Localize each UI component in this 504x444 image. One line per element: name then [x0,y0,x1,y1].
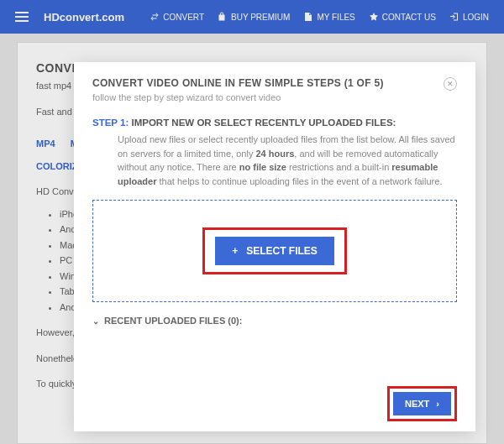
modal-title: CONVERT VIDEO ONLINE IN FEW SIMPLE STEPS… [92,77,384,89]
next-label: NEXT [405,399,429,409]
chevron-down-icon: ⌄ [92,316,99,326]
recent-files-label: RECENT UPLOADED FILES (0): [104,316,242,326]
step-number: STEP 1: [92,118,129,128]
upload-dropzone[interactable]: + SELECT FILES [92,200,457,302]
chevron-right-icon: › [436,399,439,409]
next-button[interactable]: NEXT › [393,392,451,415]
step-heading: STEP 1: IMPORT NEW OR SELECT RECENTLY UP… [92,118,457,128]
select-files-button[interactable]: + SELECT FILES [215,237,334,265]
plus-icon: + [232,245,238,257]
select-files-label: SELECT FILES [246,245,318,257]
wizard-modal: CONVERT VIDEO ONLINE IN FEW SIMPLE STEPS… [74,62,475,431]
select-files-highlight: + SELECT FILES [202,227,347,274]
recent-files-toggle[interactable]: ⌄ RECENT UPLOADED FILES (0): [92,316,457,326]
step-description: Upload new files or select recently uplo… [118,133,457,188]
next-button-highlight: NEXT › [387,386,457,421]
modal-subtitle: follow the step by step wizard to conver… [92,92,384,102]
step-title: IMPORT NEW OR SELECT RECENTLY UPLOADED F… [131,118,396,128]
close-icon[interactable]: ✕ [444,77,457,91]
